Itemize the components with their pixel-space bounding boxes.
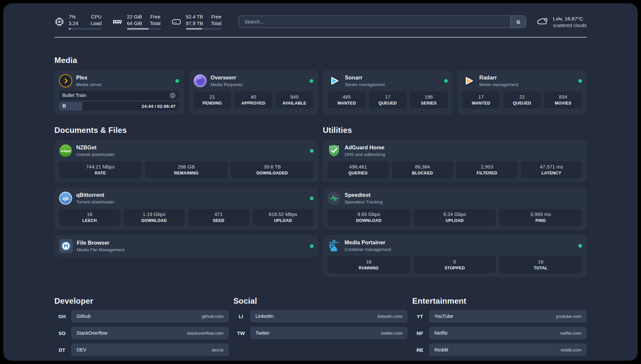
plex-icon bbox=[59, 74, 72, 87]
app-card-adguard[interactable]: AdGuard Home DNS and adblocking 498,461 … bbox=[323, 140, 587, 182]
bookmark-netflix[interactable]: NF Netflix netflix.com bbox=[412, 327, 587, 339]
weather-location-temp: Lviv, 16.87°C bbox=[553, 16, 587, 22]
stat-tile: 196 SERIES bbox=[410, 91, 448, 108]
status-dot-online bbox=[578, 244, 582, 248]
status-dot-online bbox=[310, 149, 314, 153]
app-card-sonarr[interactable]: Sonarr Series management 485 WANTED 17 Q… bbox=[323, 70, 452, 114]
bookmark-abbr: LI bbox=[233, 310, 249, 322]
bookmark-abbr: DT bbox=[54, 344, 70, 356]
stat-tile: 17 QUEUED bbox=[369, 91, 407, 108]
bookmark-youtube[interactable]: YT YouTube youtube.com bbox=[412, 310, 587, 322]
app-subtitle: Speedtest Tracking bbox=[345, 199, 383, 205]
stat-tile: 16 TOTAL bbox=[499, 256, 582, 273]
pause-icon[interactable] bbox=[62, 103, 66, 109]
sonarr-icon bbox=[328, 74, 341, 87]
app-subtitle: Usenet downloader bbox=[76, 152, 114, 157]
stat-tile: 618.52 Mbps UPLOAD bbox=[253, 209, 314, 226]
video-session-icon bbox=[169, 92, 176, 99]
app-subtitle: DNS and adblocking bbox=[345, 152, 385, 157]
search-engine-button[interactable]: G bbox=[510, 16, 526, 28]
header-divider bbox=[54, 37, 587, 38]
stat-tile: 0 STOPPED bbox=[413, 256, 496, 273]
cpu-label: CPU bbox=[91, 14, 102, 19]
app-name: Speedtest bbox=[345, 192, 383, 198]
section-entertainment: Entertainment YT YouTube youtube.com NF … bbox=[412, 296, 587, 356]
section-title-documents: Documents & Files bbox=[54, 126, 318, 135]
portainer-icon bbox=[327, 239, 341, 252]
app-subtitle: Media Requests bbox=[211, 82, 243, 87]
app-name: Overseerr bbox=[211, 75, 243, 81]
search-input[interactable] bbox=[239, 19, 511, 24]
app-card-speedtest[interactable]: Speedtest Speedtest Tracking 9.65 Gbps D… bbox=[323, 188, 587, 230]
app-card-radarr[interactable]: Radarr Movie management 17 WANTED 22 QUE… bbox=[458, 70, 587, 114]
ram-progress-fill bbox=[127, 28, 149, 30]
app-card-nzbget[interactable]: nzbget NZBGet Usenet downloader 744.21 M… bbox=[54, 140, 318, 182]
overseerr-icon bbox=[194, 74, 207, 87]
bookmark-stackoverflow[interactable]: SO StackOverflow stackoverflow.com bbox=[54, 327, 229, 339]
section-documents-files: Documents & Files nzbget NZBG bbox=[54, 126, 318, 257]
stat-tile: 39.6 TB DOWNLOADED bbox=[231, 161, 314, 178]
disk-free-label: Free bbox=[211, 14, 222, 19]
adguard-icon bbox=[327, 144, 341, 157]
bookmark-url: twitter.com bbox=[381, 331, 403, 336]
cloud-icon bbox=[536, 16, 549, 28]
section-utilities: Utilities AdGuard Home bbox=[323, 126, 587, 277]
bookmark-reddit[interactable]: RE Reddit reddit.com bbox=[412, 344, 587, 356]
app-name: Media Portainer bbox=[345, 239, 391, 246]
filebrowser-icon bbox=[59, 239, 73, 253]
status-dot-online bbox=[175, 79, 179, 83]
bookmark-name: Github bbox=[76, 314, 91, 319]
cpu-usage-value: 7% bbox=[69, 14, 78, 19]
ram-progress-bar bbox=[127, 28, 161, 30]
cpu-load-value: 3.24 bbox=[69, 20, 78, 26]
app-subtitle: Torrent downloader bbox=[76, 199, 114, 205]
nzbget-icon: nzbget bbox=[59, 144, 72, 157]
dashboard-page: 7% 3.24 CPU Load bbox=[3, 3, 638, 361]
stat-tile: 834 MOVIES bbox=[544, 91, 582, 108]
section-title-entertainment: Entertainment bbox=[412, 296, 587, 306]
stat-tile: 266 GB REMAINING bbox=[145, 161, 228, 178]
system-resources: 7% 3.24 CPU Load bbox=[54, 14, 222, 30]
stat-tile: 22 QUEUED bbox=[503, 91, 541, 108]
bookmark-dev[interactable]: DT DEV dev.to bbox=[54, 344, 229, 356]
bookmark-url: linkedin.com bbox=[378, 314, 402, 319]
bookmark-twitter[interactable]: TW Twitter twitter.com bbox=[233, 327, 408, 339]
cpu-progress-fill bbox=[69, 28, 71, 30]
stat-tile: 485 WANTED bbox=[328, 91, 366, 108]
status-dot-online bbox=[310, 79, 313, 83]
app-subtitle: Media server bbox=[76, 82, 102, 87]
stat-tile: 1.19 Gbps DOWNLOAD bbox=[124, 209, 185, 226]
ram-free-label: Free bbox=[150, 14, 161, 19]
stat-tile: 9.24 Gbps UPLOAD bbox=[413, 209, 496, 226]
app-card-portainer[interactable]: Media Portainer Container management 16 … bbox=[323, 235, 587, 277]
section-title-social: Social bbox=[233, 296, 408, 306]
bookmark-url: stackoverflow.com bbox=[187, 331, 223, 336]
section-media: Media Plex Media server bbox=[54, 56, 587, 114]
stat-tile: 945 AVAILABLE bbox=[276, 91, 314, 108]
stat-tile: 47.571 ms LATENCY bbox=[521, 161, 582, 178]
app-card-qbittorrent[interactable]: qb qBittorrent Torrent downloader 16 LEE… bbox=[54, 188, 318, 230]
app-card-overseerr[interactable]: Overseerr Media Requests 21 PENDING 40 A… bbox=[189, 70, 318, 114]
bookmark-abbr: RE bbox=[412, 344, 427, 356]
disk-total-value: 97.9 TB bbox=[186, 20, 203, 26]
bookmark-url: netflix.com bbox=[560, 331, 581, 336]
app-card-filebrowser[interactable]: File Browser Media File Management bbox=[54, 235, 318, 257]
stat-tile: 471 SEED bbox=[188, 209, 249, 226]
app-card-plex[interactable]: Plex Media server Bullet Train bbox=[54, 70, 184, 114]
stat-tile: 9.65 Gbps DOWNLOAD bbox=[327, 209, 410, 226]
bookmark-linkedin[interactable]: LI LinkedIn linkedin.com bbox=[233, 310, 408, 322]
ram-resource-widget: 22 GiB 64 GiB Free Total bbox=[112, 14, 161, 30]
bookmark-github[interactable]: GH Github github.com bbox=[54, 310, 229, 322]
app-name: NZBGet bbox=[76, 144, 114, 151]
ram-total-value: 64 GiB bbox=[127, 20, 142, 26]
app-subtitle: Movie management bbox=[479, 82, 519, 87]
status-dot-online bbox=[310, 197, 314, 200]
svg-text:nzbget: nzbget bbox=[61, 149, 71, 153]
app-name: Plex bbox=[76, 75, 102, 81]
playback-progress-fill bbox=[59, 102, 82, 110]
section-developer: Developer GH Github github.com SO StackO… bbox=[54, 296, 229, 356]
bookmark-name: LinkedIn bbox=[256, 314, 274, 319]
section-title-media: Media bbox=[54, 56, 587, 65]
stat-tile: 498,461 QUERIES bbox=[327, 161, 389, 178]
search-bar: G bbox=[239, 15, 527, 28]
